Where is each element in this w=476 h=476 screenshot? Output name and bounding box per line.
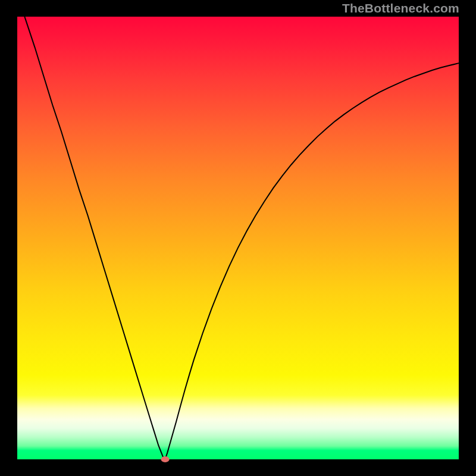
bottleneck-curve-left (17, 0, 165, 459)
minimum-marker (161, 456, 170, 462)
chart-frame: TheBottleneck.com (0, 0, 476, 476)
bottleneck-curve-right (165, 63, 459, 459)
chart-svg (17, 17, 459, 459)
watermark-text: TheBottleneck.com (342, 1, 459, 15)
plot-area (17, 17, 459, 459)
